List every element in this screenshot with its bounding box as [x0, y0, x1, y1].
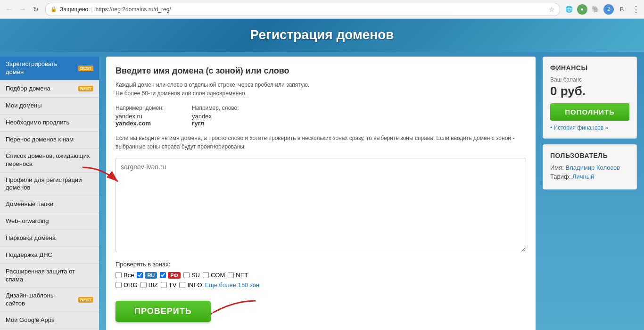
zones-section: Проверять в зонах: Все RU РФ	[116, 261, 526, 289]
separator: |	[91, 6, 92, 13]
sidebar-item-register-domain[interactable]: Зарегистрировать домен BEST	[0, 57, 99, 81]
balance-amount: 0 руб.	[550, 84, 629, 99]
zone-com-checkbox[interactable]	[203, 272, 209, 278]
zone-info-checkbox[interactable]	[179, 282, 185, 288]
zone-biz-label: BIZ	[149, 281, 158, 289]
check-button[interactable]: ПРОВЕРИТЬ	[116, 301, 211, 322]
lock-icon: 🔒	[50, 6, 57, 12]
arrow-to-button	[211, 296, 258, 320]
finance-history-link[interactable]: • История финансов »	[550, 124, 629, 131]
nav-buttons: ← → ↻	[4, 4, 41, 15]
sidebar-item-dns-support[interactable]: Поддержка ДНС	[0, 247, 99, 264]
zones-row-2: ORG BIZ TV INFO Еще более 150 зон	[116, 281, 526, 289]
zone-rf[interactable]: РФ	[160, 272, 181, 279]
user-title: ПОЛЬЗОВАТЕЛЬ	[550, 152, 629, 159]
zone-all-checkbox[interactable]	[116, 272, 122, 278]
page-header: Регистрация доменов	[0, 19, 644, 52]
zones-label: Проверять в зонах:	[116, 261, 526, 268]
sidebar-item-transfer-domains[interactable]: Перенос доменов к нам	[0, 132, 99, 148]
browser-chrome: ← → ↻ 🔒 Защищено | https://reg.2domains.…	[0, 0, 644, 19]
finance-widget: ФИНАНСЫ Ваш баланс 0 руб. ПОПОЛНИТЬ • Ис…	[543, 57, 637, 139]
zone-tv[interactable]: TV	[161, 281, 177, 289]
zone-ru-badge: RU	[145, 272, 157, 279]
finance-title: ФИНАНСЫ	[550, 64, 629, 72]
content-area: Введите имя домена (с зоной) или слово К…	[99, 52, 644, 330]
zones-row-1: Все RU РФ SU	[116, 272, 526, 279]
example-word-vals: yandex гугл	[192, 113, 239, 127]
sidebar-item-profiles[interactable]: Профили для регистрации доменов	[0, 173, 99, 197]
zone-biz[interactable]: BIZ	[140, 281, 158, 289]
sidebar-item-my-domains[interactable]: Мои домены	[0, 98, 99, 115]
url-text: https://reg.2domains.ru/d_reg/	[96, 6, 171, 13]
zone-su[interactable]: SU	[183, 272, 200, 279]
zone-org-checkbox[interactable]	[116, 282, 122, 288]
zone-rf-checkbox[interactable]	[160, 272, 166, 278]
sidebar-item-find-domain[interactable]: Подбор домена BEST	[0, 81, 99, 98]
refresh-button[interactable]: ↻	[30, 4, 41, 15]
extension-icon-green[interactable]: ●	[577, 4, 587, 15]
zone-rf-badge: РФ	[168, 272, 181, 279]
sidebar-item-my-google-apps[interactable]: Мои Google Apps	[0, 312, 99, 329]
zone-org[interactable]: ORG	[116, 281, 138, 289]
sidebar: Зарегистрировать домен BEST Подбор домен…	[0, 52, 99, 330]
forward-button[interactable]: →	[17, 4, 28, 15]
domain-textarea[interactable]	[116, 158, 526, 252]
user-widget: ПОЛЬЗОВАТЕЛЬ Имя: Владимир Колосов Тариф…	[543, 144, 637, 190]
example-domain-col: Например, домен: yandex.ru yandex.com	[116, 105, 164, 127]
zone-org-label: ORG	[124, 281, 138, 289]
zone-com[interactable]: COM	[203, 272, 225, 279]
zone-ru-checkbox[interactable]	[137, 272, 143, 278]
zone-tv-checkbox[interactable]	[161, 282, 167, 288]
badge-best-find: BEST	[78, 86, 93, 91]
vk-icon[interactable]: В	[617, 4, 627, 15]
example-domain-vals: yandex.ru yandex.com	[116, 113, 164, 127]
tariff-link[interactable]: Личный	[572, 173, 594, 180]
badge-best-register: BEST	[78, 66, 93, 71]
more-zones-link[interactable]: Еще более 150 зон	[205, 281, 260, 289]
evernote-icon[interactable]: 🐘	[590, 4, 601, 15]
zone-all[interactable]: Все	[116, 272, 134, 279]
form-title: Введите имя домена (с зоной) или слово	[116, 66, 526, 76]
user-name-row: Имя: Владимир Колосов	[550, 164, 629, 171]
zone-net-checkbox[interactable]	[228, 272, 234, 278]
sidebar-item-need-renew[interactable]: Необходимо продлить	[0, 115, 99, 132]
star-icon[interactable]: ☆	[549, 6, 555, 13]
main-layout: Зарегистрировать домен BEST Подбор домен…	[0, 52, 644, 330]
zone-net-label: NET	[236, 272, 248, 279]
form-description: Каждый домен или слово в отдельной строк…	[116, 81, 526, 98]
zone-net[interactable]: NET	[228, 272, 248, 279]
form-note: Если вы вводите не имя домена, а просто …	[116, 134, 526, 151]
globe-icon[interactable]: 🌐	[564, 4, 574, 15]
extension-icon-blue[interactable]: 2	[603, 4, 614, 15]
menu-dots[interactable]: ⋮	[632, 4, 640, 15]
zone-com-label: COM	[211, 272, 225, 279]
browser-icons: 🌐 ● 🐘 2 В ⋮	[564, 4, 640, 15]
zone-ru[interactable]: RU	[137, 272, 157, 279]
address-bar[interactable]: 🔒 Защищено | https://reg.2domains.ru/d_r…	[45, 3, 560, 16]
zone-biz-checkbox[interactable]	[140, 282, 147, 288]
protected-text: Защищено	[60, 6, 88, 13]
right-sidebar: ФИНАНСЫ Ваш баланс 0 руб. ПОПОЛНИТЬ • Ис…	[543, 57, 637, 330]
badge-best-design: BEST	[78, 297, 93, 303]
user-name-link[interactable]: Владимир Колосов	[566, 164, 620, 171]
example-word-col: Например, слово: yandex гугл	[192, 105, 239, 127]
sidebar-item-design-templates[interactable]: Дизайн-шаблоны сайтов BEST	[0, 288, 99, 312]
zone-all-label: Все	[124, 272, 134, 279]
check-btn-container: ПРОВЕРИТЬ	[116, 291, 211, 322]
sidebar-item-domain-folders[interactable]: Доменные папки	[0, 196, 99, 213]
zone-su-label: SU	[191, 272, 200, 279]
main-form: Введите имя домена (с зоной) или слово К…	[106, 57, 536, 330]
zone-info[interactable]: INFO	[179, 281, 202, 289]
user-tariff-row: Тариф: Личный	[550, 173, 629, 180]
zone-su-checkbox[interactable]	[183, 272, 190, 278]
topup-button[interactable]: ПОПОЛНИТЬ	[550, 103, 629, 121]
sidebar-item-web-forwarding[interactable]: Web-forwarding	[0, 213, 99, 230]
textarea-container	[116, 158, 526, 254]
sidebar-item-domain-list[interactable]: Список доменов, ожидающих переноса	[0, 148, 99, 173]
back-button[interactable]: ←	[4, 4, 15, 15]
zone-info-label: INFO	[187, 281, 202, 289]
page-title: Регистрация доменов	[0, 27, 644, 42]
balance-label: Ваш баланс	[550, 76, 629, 83]
sidebar-item-spam-protection[interactable]: Расширенная защита от спама	[0, 264, 99, 288]
sidebar-item-parking[interactable]: Парковка домена	[0, 230, 99, 247]
